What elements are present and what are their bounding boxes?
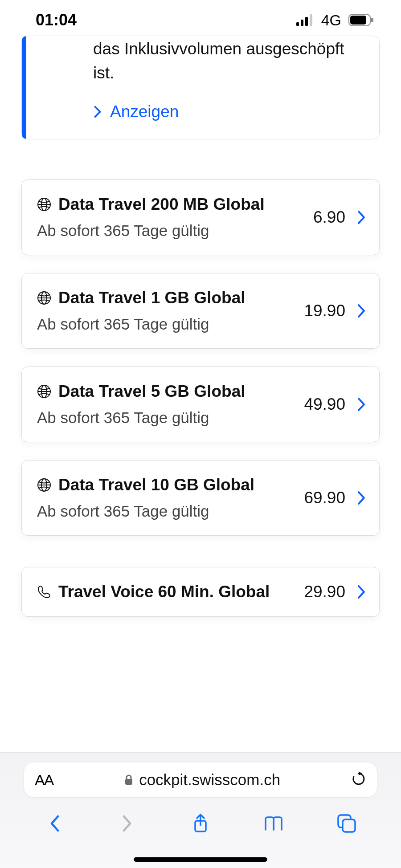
signal-icon: [296, 14, 314, 26]
chevron-right-icon: [93, 105, 102, 118]
svg-rect-5: [350, 16, 366, 24]
pack-title: Data Travel 200 MB Global: [58, 195, 265, 214]
lock-icon: [124, 774, 134, 786]
svg-rect-19: [125, 779, 132, 785]
pack-title: Travel Voice 60 Min. Global: [58, 583, 270, 601]
globe-icon: [37, 478, 51, 492]
pack-price: 69.90: [304, 489, 345, 507]
phone-icon: [37, 585, 51, 599]
browser-toolbar: [0, 812, 401, 835]
info-show-label: Anzeigen: [110, 102, 179, 121]
battery-icon: [348, 14, 374, 26]
globe-icon: [37, 291, 51, 305]
address-domain: cockpit.swisscom.ch: [139, 771, 280, 789]
svg-rect-2: [305, 17, 308, 26]
info-show-link[interactable]: Anzeigen: [49, 102, 361, 121]
page-content[interactable]: das Inklusivvolumen ausgeschöpft ist. An…: [0, 36, 401, 757]
pack-subtitle: Ab sofort 365 Tage gültig: [37, 502, 297, 520]
pack-subtitle: Ab sofort 365 Tage gültig: [37, 409, 297, 427]
address-bar[interactable]: AA cockpit.swisscom.ch: [24, 762, 377, 797]
svg-rect-0: [296, 22, 299, 26]
pack-subtitle: Ab sofort 365 Tage gültig: [37, 222, 306, 240]
svg-rect-3: [310, 14, 312, 26]
globe-icon: [37, 384, 51, 399]
network-label: 4G: [321, 12, 341, 29]
pack-title: Data Travel 1 GB Global: [58, 289, 245, 307]
share-button[interactable]: [189, 812, 212, 835]
chevron-right-icon: [357, 210, 366, 225]
pack-price: 29.90: [304, 583, 345, 601]
data-pack-card[interactable]: Data Travel 5 GB Global Ab sofort 365 Ta…: [21, 367, 380, 442]
pack-price: 19.90: [304, 302, 345, 320]
pack-price: 6.90: [313, 208, 345, 227]
info-text: das Inklusivvolumen ausgeschöpft ist.: [49, 37, 361, 85]
chevron-right-icon: [357, 584, 366, 599]
globe-icon: [37, 197, 51, 212]
svg-rect-23: [343, 819, 355, 832]
reload-button[interactable]: [351, 771, 366, 788]
chevron-right-icon: [357, 303, 366, 318]
status-bar: 01:04 4G: [0, 0, 401, 36]
text-size-button[interactable]: AA: [35, 771, 53, 789]
forward-button[interactable]: [116, 812, 139, 835]
bookmarks-button[interactable]: [262, 812, 285, 835]
pack-title: Data Travel 5 GB Global: [58, 382, 245, 401]
chevron-right-icon: [357, 490, 366, 505]
data-pack-card[interactable]: Data Travel 1 GB Global Ab sofort 365 Ta…: [21, 273, 380, 349]
info-card: das Inklusivvolumen ausgeschöpft ist. An…: [21, 36, 380, 139]
reload-icon: [351, 771, 366, 786]
status-right: 4G: [296, 12, 374, 29]
status-time: 01:04: [36, 11, 77, 29]
pack-subtitle: Ab sofort 365 Tage gültig: [37, 315, 297, 333]
data-pack-card[interactable]: Data Travel 200 MB Global Ab sofort 365 …: [21, 179, 380, 255]
browser-chrome: AA cockpit.swisscom.ch: [0, 752, 401, 868]
svg-rect-6: [371, 18, 373, 22]
pack-price: 49.90: [304, 395, 345, 414]
svg-rect-1: [301, 20, 303, 26]
chevron-right-icon: [357, 397, 366, 412]
home-indicator[interactable]: [134, 857, 267, 862]
data-pack-card[interactable]: Data Travel 10 GB Global Ab sofort 365 T…: [21, 460, 380, 536]
voice-pack-card[interactable]: Travel Voice 60 Min. Global 29.90: [21, 567, 380, 617]
tabs-button[interactable]: [336, 812, 358, 835]
back-button[interactable]: [43, 812, 65, 835]
pack-title: Data Travel 10 GB Global: [58, 476, 254, 494]
